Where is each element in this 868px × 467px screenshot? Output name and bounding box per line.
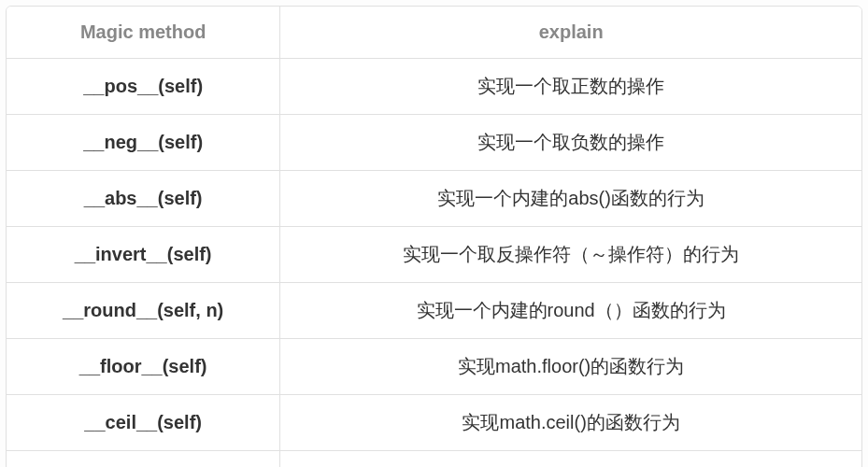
table-body: __pos__(self)实现一个取正数的操作__neg__(self)实现一个… (7, 59, 861, 468)
header-method: Magic method (7, 7, 280, 59)
explain-cell: 实现一个内建的round（）函数的行为 (280, 283, 861, 339)
method-cell: __neg__(self) (7, 115, 280, 171)
method-cell: __pos__(self) (7, 59, 280, 115)
table-row: __invert__(self)实现一个取反操作符（～操作符）的行为 (7, 227, 861, 283)
magic-methods-table-container: Magic method explain __pos__(self)实现一个取正… (6, 6, 862, 467)
method-cell: __floor__(self) (7, 339, 280, 395)
explain-cell: 实现一个取反操作符（～操作符）的行为 (280, 227, 861, 283)
table-row: __neg__(self)实现一个取负数的操作 (7, 115, 861, 171)
header-explain: explain (280, 7, 861, 59)
table-header-row: Magic method explain (7, 7, 861, 59)
magic-methods-table: Magic method explain __pos__(self)实现一个取正… (7, 7, 861, 467)
method-cell: __abs__(self) (7, 171, 280, 227)
table-row: __pos__(self)实现一个取正数的操作 (7, 59, 861, 115)
table-row: __abs__(self)实现一个内建的abs()函数的行为 (7, 171, 861, 227)
method-cell: __ceil__(self) (7, 395, 280, 451)
explain-cell: 实现math.floor()的函数行为 (280, 339, 861, 395)
method-cell: __invert__(self) (7, 227, 280, 283)
explain-cell: 实现math.trunc()的函数行为 (280, 451, 861, 468)
table-row: __ceil__(self)实现math.ceil()的函数行为 (7, 395, 861, 451)
explain-cell: 实现一个取负数的操作 (280, 115, 861, 171)
table-row: __round__(self, n)实现一个内建的round（）函数的行为 (7, 283, 861, 339)
table-row: __trunc__(self)实现math.trunc()的函数行为 (7, 451, 861, 468)
explain-cell: 实现math.ceil()的函数行为 (280, 395, 861, 451)
table-row: __floor__(self)实现math.floor()的函数行为 (7, 339, 861, 395)
method-cell: __trunc__(self) (7, 451, 280, 468)
explain-cell: 实现一个内建的abs()函数的行为 (280, 171, 861, 227)
explain-cell: 实现一个取正数的操作 (280, 59, 861, 115)
method-cell: __round__(self, n) (7, 283, 280, 339)
